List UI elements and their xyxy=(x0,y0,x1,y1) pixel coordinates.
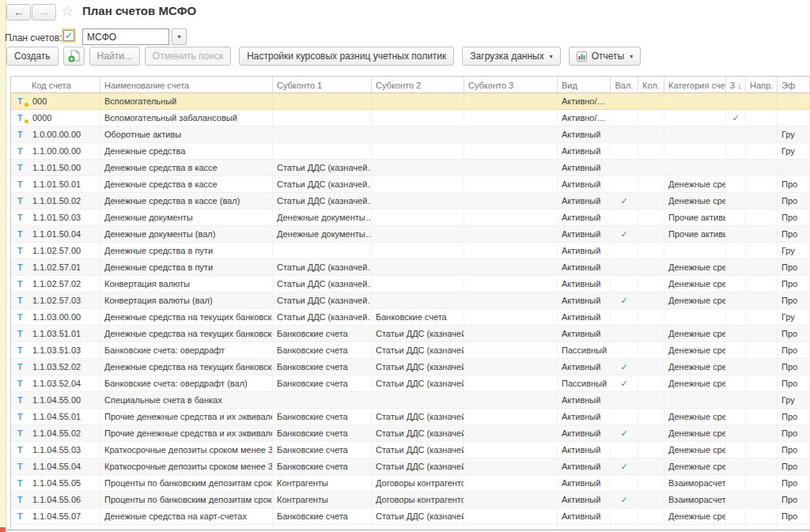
cell-sub2: Статьи ДДС (казначей… xyxy=(372,326,464,342)
table-row[interactable]: Т1.1.01.50.00Денежные средства в кассеСт… xyxy=(11,160,810,176)
account-code: 1.1.02.57.00 xyxy=(32,246,81,255)
cell-effect: Про xyxy=(778,458,810,475)
table-row[interactable]: Т1.1.04.55.00Специальные счета в банкахА… xyxy=(11,392,810,409)
table-row[interactable]: Т1.1.00.00.00Денежные средстваАктивныйГр… xyxy=(11,143,810,160)
plan-combobox[interactable]: МСФО xyxy=(82,28,169,45)
table-row[interactable]: Т1.1.02.57.01Денежные средства в путиСта… xyxy=(11,259,810,276)
cell-offbalance xyxy=(726,409,746,425)
table-row[interactable]: Т1.1.01.50.01Денежные средства в кассеСт… xyxy=(11,176,810,193)
forward-button[interactable]: → xyxy=(32,4,56,21)
cell-effect: Гру xyxy=(778,392,810,409)
back-button[interactable]: ← xyxy=(6,4,31,21)
cell-code: Т1.1.01.50.04 xyxy=(11,226,100,243)
cell-category: Денежные сред… xyxy=(664,342,726,359)
table-row[interactable]: Т1.1.04.55.01Прочие денежные средства и … xyxy=(11,409,810,425)
create-copy-button[interactable] xyxy=(63,47,85,66)
table-row[interactable]: Т1.1.03.52.04Банковские счета: овердрафт… xyxy=(11,375,810,392)
cell-sub3 xyxy=(464,126,558,143)
cell-offbalance xyxy=(726,326,746,342)
account-code: 0000 xyxy=(32,113,51,123)
account-t-icon: Т xyxy=(17,511,26,522)
predefined-dot-icon xyxy=(25,103,28,107)
column-header-direction[interactable]: Напр. xyxy=(746,77,778,92)
table-row[interactable]: Т1.1.01.50.03Денежные документыДенежные … xyxy=(11,209,810,226)
cell-kind: Активный xyxy=(558,425,611,442)
account-t-icon: Т xyxy=(17,462,26,472)
cell-sub3 xyxy=(464,193,558,209)
cell-sub3 xyxy=(464,359,558,375)
cell-currency: ✓ xyxy=(611,292,638,309)
cell-sub1: Банковские счета xyxy=(273,326,372,342)
cell-category: Денежные сред… xyxy=(664,276,726,292)
column-header-quantity[interactable]: Кол. xyxy=(638,77,664,92)
cell-name: Денежные средства в кассе (вал) xyxy=(100,193,273,209)
find-button[interactable]: Найти... xyxy=(89,47,140,66)
cell-sub2: Статьи ДДС (казначей… xyxy=(372,342,464,359)
table-row[interactable]: Т1.1.03.52.02Денежные средства на текущи… xyxy=(11,359,810,375)
table-row[interactable]: Т1.1.04.55.07Денежные средства на карт-с… xyxy=(11,508,810,525)
cell-code: Т1.1.04.55.02 xyxy=(11,425,100,442)
table-row[interactable]: Т1.1.02.57.03Конвертация валюты (вал)Ста… xyxy=(11,292,810,309)
cell-kind: Активный xyxy=(558,226,611,243)
column-header-kind[interactable]: Вид xyxy=(558,77,611,92)
account-t-icon: Т xyxy=(17,412,26,422)
combobox-dropdown-icon[interactable]: ▾ xyxy=(172,28,187,45)
table-row[interactable]: Т1.1.02.57.02Конвертация валютыСтатьи ДД… xyxy=(11,276,810,292)
cell-direction xyxy=(746,326,778,342)
column-header-sub1[interactable]: Субконто 1 xyxy=(273,77,372,92)
cell-sub3 xyxy=(464,226,558,243)
column-header-sub3[interactable]: Субконто 3 xyxy=(464,77,558,92)
column-header-offbalance[interactable]: З ↓ xyxy=(726,77,746,92)
account-t-icon: Т xyxy=(17,113,26,123)
cell-code: Т1.1.01.50.02 xyxy=(11,193,100,209)
column-header-category[interactable]: Категория счета xyxy=(664,77,726,92)
column-header-currency[interactable]: Вал. xyxy=(611,77,638,92)
cell-currency: ✓ xyxy=(611,458,638,475)
table-row[interactable]: Т1.1.04.55.02Прочие денежные средства и … xyxy=(11,425,810,442)
cell-name: Проценты по банковским депозитам сроком… xyxy=(100,475,273,492)
table-row[interactable]: Т1.1.04.55.03Краткосрочные депозиты срок… xyxy=(11,442,810,458)
cell-currency xyxy=(611,442,638,458)
column-header-sub2[interactable]: Субконто 2 xyxy=(372,77,464,92)
cell-effect: Про xyxy=(778,176,810,193)
create-button[interactable]: Создать xyxy=(6,47,59,66)
account-t-icon: Т xyxy=(17,445,26,455)
plan-filter-checkbox[interactable]: ✓ xyxy=(63,30,74,41)
table-row[interactable]: Т0000Вспомогательный забалансовыйАктивно… xyxy=(11,110,810,126)
column-header-code[interactable]: Код счета xyxy=(11,77,100,92)
cell-sub1: Статьи ДДС (казначей… xyxy=(273,259,372,276)
table-row[interactable]: Т1.1.02.57.00Денежные средства в путиАкт… xyxy=(11,243,810,259)
table-row[interactable]: Т1.1.01.50.02Денежные средства в кассе (… xyxy=(11,193,810,209)
table-row[interactable]: Т1.1.04.55.04Краткосрочные депозиты срок… xyxy=(11,458,810,475)
chevron-down-icon: ▾ xyxy=(630,53,633,60)
accounts-table: Код счетаНаименование счетаСубконто 1Суб… xyxy=(10,76,810,530)
cell-effect: Про xyxy=(778,292,810,309)
account-t-icon: Т xyxy=(17,296,26,306)
reports-menu-button[interactable]: Отчеты ▾ xyxy=(569,47,642,66)
table-row[interactable]: Т1.1.04.55.06Проценты по банковским депо… xyxy=(11,492,810,508)
table-row[interactable]: Т1.1.03.51.01Денежные средства на текущи… xyxy=(11,326,810,342)
account-t-icon: Т xyxy=(17,146,26,157)
cancel-search-button[interactable]: Отменить поиск xyxy=(145,47,231,66)
table-row[interactable]: Т1.1.03.00.00Денежные средства на текущи… xyxy=(11,309,810,326)
cell-quantity xyxy=(638,475,664,492)
cell-sub3 xyxy=(464,492,558,508)
table-row[interactable]: Т000ВспомогательныйАктивно/… xyxy=(11,93,810,110)
cell-code: Т1.1.04.55.00 xyxy=(11,392,100,409)
table-row[interactable]: Т1.1.04.55.05Проценты по банковским депо… xyxy=(11,475,810,492)
column-header-name[interactable]: Наименование счета xyxy=(100,77,273,92)
fx-rate-settings-button[interactable]: Настройки курсовых разниц учетных полити… xyxy=(239,47,454,66)
cell-sub1: Банковские счета xyxy=(273,442,372,458)
cell-name: Денежные средства в кассе xyxy=(100,160,273,176)
table-row[interactable]: Т1.0.00.00.00Оборотные активыАктивныйГру xyxy=(11,126,810,143)
cell-sub2: Статьи ДДС (казначей… xyxy=(372,359,464,375)
cell-category: Денежные сред… xyxy=(664,176,726,193)
table-row[interactable]: Т1.1.03.51.03Банковские счета: овердрафт… xyxy=(11,342,810,359)
load-data-menu-button[interactable]: Загрузка данных ▾ xyxy=(462,47,560,66)
plan-filter-label: План счетов: xyxy=(5,32,62,43)
cell-offbalance xyxy=(726,458,746,475)
cell-currency xyxy=(611,508,638,525)
favorite-star-icon[interactable]: ☆ xyxy=(61,3,74,19)
column-header-effect[interactable]: Эф xyxy=(778,77,810,92)
table-row[interactable]: Т1.1.01.50.04Денежные документы (вал)Ден… xyxy=(11,226,810,243)
